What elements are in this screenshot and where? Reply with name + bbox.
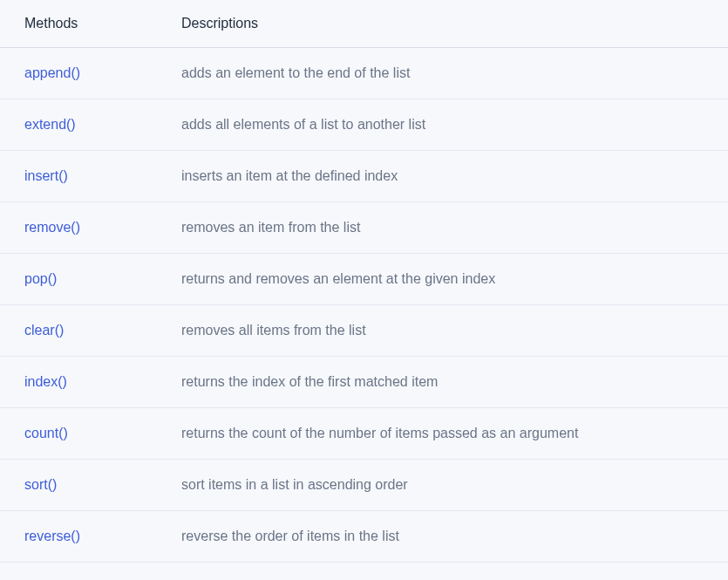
description-cell: returns and removes an element at the gi…: [157, 254, 728, 305]
method-cell: reverse(): [0, 511, 157, 563]
method-link-remove[interactable]: remove(): [24, 220, 80, 235]
table-row: reverse() reverse the order of items in …: [0, 511, 728, 563]
description-cell: adds an element to the end of the list: [157, 48, 728, 99]
method-cell: remove(): [0, 202, 157, 254]
description-cell: returns the count of the number of items…: [157, 408, 728, 460]
description-cell: inserts an item at the defined index: [157, 151, 728, 202]
description-cell: removes an item from the list: [157, 202, 728, 254]
table-row: clear() removes all items from the list: [0, 305, 728, 357]
method-link-index[interactable]: index(): [24, 374, 67, 389]
method-link-reverse[interactable]: reverse(): [24, 529, 80, 543]
header-descriptions: Descriptions: [157, 0, 728, 48]
table-header-row: Methods Descriptions: [0, 0, 728, 48]
table-row: copy() returns a shallow copy of the lis…: [0, 563, 728, 581]
method-link-insert[interactable]: insert(): [24, 168, 68, 183]
method-cell: clear(): [0, 305, 157, 357]
table-row: index() returns the index of the first m…: [0, 357, 728, 408]
method-link-clear[interactable]: clear(): [24, 323, 64, 338]
table-row: remove() removes an item from the list: [0, 202, 728, 254]
header-methods: Methods: [0, 0, 157, 48]
method-cell: insert(): [0, 151, 157, 202]
method-link-append[interactable]: append(): [24, 65, 80, 80]
table-row: append() adds an element to the end of t…: [0, 48, 728, 99]
table-row: sort() sort items in a list in ascending…: [0, 460, 728, 511]
methods-table-container: Methods Descriptions append() adds an el…: [0, 0, 728, 580]
method-cell: index(): [0, 357, 157, 408]
methods-table: Methods Descriptions append() adds an el…: [0, 0, 728, 580]
table-row: insert() inserts an item at the defined …: [0, 151, 728, 202]
description-cell: adds all elements of a list to another l…: [157, 99, 728, 151]
method-cell: pop(): [0, 254, 157, 305]
method-cell: append(): [0, 48, 157, 99]
table-row: pop() returns and removes an element at …: [0, 254, 728, 305]
description-cell: removes all items from the list: [157, 305, 728, 357]
method-cell: sort(): [0, 460, 157, 511]
method-link-sort[interactable]: sort(): [24, 477, 57, 492]
method-link-pop[interactable]: pop(): [24, 271, 57, 286]
method-link-extend[interactable]: extend(): [24, 117, 76, 132]
table-row: extend() adds all elements of a list to …: [0, 99, 728, 151]
description-cell: reverse the order of items in the list: [157, 511, 728, 563]
method-link-count[interactable]: count(): [24, 426, 68, 440]
description-cell: sort items in a list in ascending order: [157, 460, 728, 511]
description-cell: returns a shallow copy of the list: [157, 563, 728, 581]
method-cell: copy(): [0, 563, 157, 581]
method-cell: count(): [0, 408, 157, 460]
description-cell: returns the index of the first matched i…: [157, 357, 728, 408]
method-cell: extend(): [0, 99, 157, 151]
table-row: count() returns the count of the number …: [0, 408, 728, 460]
